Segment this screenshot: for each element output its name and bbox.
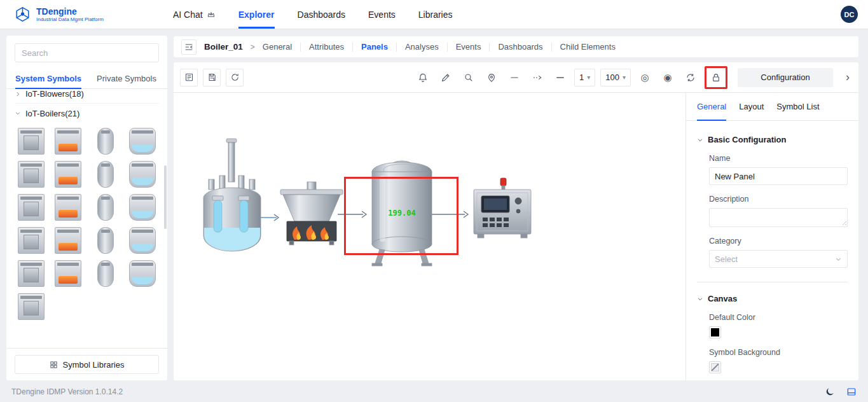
symbol-tile[interactable] (97, 194, 114, 221)
symbol-tile[interactable] (97, 227, 114, 254)
panel-list-icon[interactable] (180, 69, 198, 87)
crumb-attributes[interactable]: Attributes (300, 43, 352, 52)
nav-item-ai-chat[interactable]: AI Chat (173, 0, 216, 29)
crumb-child-elements[interactable]: Child Elements (551, 43, 624, 52)
basic-configuration-body: Name Description Category Select (697, 154, 848, 268)
nav-item-label: Explorer (238, 10, 275, 20)
symbol-tile[interactable] (55, 128, 81, 155)
symbol-tile[interactable] (129, 194, 156, 221)
lock-icon[interactable] (707, 69, 725, 87)
sync-icon[interactable] (682, 69, 699, 87)
sidebar-footer: Symbol Libraries (6, 348, 167, 380)
rotate-icon[interactable] (226, 69, 244, 87)
group-iot-boilers[interactable]: IoT-Boilers(21) (15, 104, 159, 123)
default-color-label: Default Color (709, 313, 848, 322)
group-iot-blowers[interactable]: IoT-Blowers(18) (15, 89, 159, 104)
chevron-down-icon (697, 296, 703, 302)
main-nav: AI Chat Explorer Dashboards Events Libra… (173, 0, 453, 29)
symbol-tile[interactable] (55, 260, 81, 287)
version-text: TDengine IDMP Version 1.0.14.2 (11, 387, 123, 396)
section-divider (697, 282, 848, 282)
location-pin-icon[interactable] (483, 69, 500, 87)
panel-canvas[interactable]: 199.04 (174, 93, 685, 380)
cfg-tab-symbol-list[interactable]: Symbol List (776, 93, 819, 120)
panel-editor: 1 ▾ 100 ▾ ◎ ◉ Configuration › (174, 62, 858, 380)
default-color-swatch[interactable] (709, 326, 721, 338)
sidebar-fold-icon[interactable] (181, 39, 196, 55)
nav-item-events[interactable]: Events (368, 0, 396, 29)
dock-layout-icon[interactable] (846, 387, 857, 397)
furnace-symbol[interactable] (280, 182, 343, 245)
zoom-search-icon[interactable] (460, 69, 478, 87)
category-label: Category (709, 237, 848, 246)
user-avatar[interactable]: DC (841, 6, 858, 23)
search-input[interactable] (15, 43, 159, 62)
record-filled-icon[interactable]: ◉ (659, 69, 677, 87)
sidebar-scrollbar[interactable] (164, 165, 167, 229)
description-field[interactable] (709, 208, 848, 227)
nav-item-label: Libraries (418, 10, 453, 20)
tab-system-symbols[interactable]: System Symbols (15, 69, 81, 88)
basic-configuration-header[interactable]: Basic Configuration (697, 135, 848, 144)
breadcrumb: General Attributes Panels Analyses Event… (263, 43, 624, 52)
symbol-tile[interactable] (97, 260, 114, 287)
symbol-tile[interactable] (129, 260, 156, 287)
symbol-background-swatch[interactable] (709, 361, 721, 373)
symbol-tile[interactable] (97, 128, 114, 155)
caret-down-icon: ▾ (623, 74, 626, 81)
symbol-tile[interactable] (55, 161, 81, 188)
control-cabinet-symbol[interactable] (474, 178, 531, 238)
crumb-panels[interactable]: Panels (352, 43, 396, 52)
nav-item-explorer[interactable]: Explorer (238, 0, 275, 29)
record-filled-glyph: ◉ (663, 73, 672, 82)
symbol-tile[interactable] (18, 161, 45, 188)
stroke-width-select[interactable]: 1 ▾ (574, 69, 595, 87)
section-title: Basic Configuration (708, 135, 787, 144)
name-field[interactable] (709, 167, 848, 185)
nav-item-libraries[interactable]: Libraries (418, 0, 453, 29)
nav-item-label: Events (368, 10, 396, 20)
symbol-tile[interactable] (18, 194, 45, 221)
canvas-section-header[interactable]: Canvas (697, 294, 848, 303)
nav-item-dashboards[interactable]: Dashboards (298, 0, 346, 29)
crumb-events[interactable]: Events (447, 43, 490, 52)
connector-lines[interactable] (261, 214, 279, 221)
zoom-percent-select[interactable]: 100 ▾ (600, 69, 631, 87)
editor-content: 199.04 General Layout Symbol List Basic … (174, 93, 858, 380)
group-label: IoT-Blowers(18) (25, 89, 84, 99)
symbol-tile[interactable] (18, 293, 45, 320)
crumb-analyses[interactable]: Analyses (396, 43, 447, 52)
bell-icon[interactable] (414, 69, 432, 87)
symbol-tile[interactable] (18, 227, 45, 254)
dark-mode-moon-icon[interactable] (825, 387, 835, 397)
straight-connector-icon[interactable] (551, 69, 569, 87)
cfg-tab-layout[interactable]: Layout (739, 93, 764, 120)
line-tool-icon[interactable] (506, 69, 523, 87)
symbol-libraries-label: Symbol Libraries (63, 360, 125, 370)
symbol-tile[interactable] (97, 161, 114, 188)
pencil-icon[interactable] (437, 69, 455, 87)
dashed-arrow-connector-icon[interactable] (528, 69, 546, 87)
symbol-tile[interactable] (129, 227, 156, 254)
breadcrumb-root[interactable]: Boiler_01 (204, 42, 243, 52)
symbol-tile[interactable] (18, 128, 45, 155)
symbol-tile[interactable] (18, 260, 45, 287)
category-select[interactable]: Select (709, 250, 848, 268)
panel-collapse-chevron-icon[interactable]: › (843, 71, 852, 84)
cfg-tab-general[interactable]: General (697, 93, 726, 120)
symbol-libraries-button[interactable]: Symbol Libraries (15, 355, 159, 374)
reactor-symbol[interactable] (203, 139, 261, 251)
symbol-tile[interactable] (129, 161, 156, 188)
record-dot-icon[interactable]: ◎ (636, 69, 654, 87)
symbol-tile[interactable] (55, 194, 81, 221)
crumb-dashboards[interactable]: Dashboards (489, 43, 551, 52)
section-title: Canvas (708, 294, 737, 303)
configuration-panel: General Layout Symbol List Basic Configu… (685, 93, 858, 380)
nav-item-label: Dashboards (298, 10, 346, 20)
crumb-general[interactable]: General (263, 43, 300, 52)
symbol-tile[interactable] (129, 128, 156, 155)
save-icon[interactable] (203, 69, 221, 87)
tab-private-symbols[interactable]: Private Symbols (97, 69, 156, 88)
symbol-tile[interactable] (55, 227, 81, 254)
configuration-button[interactable]: Configuration (738, 68, 833, 87)
